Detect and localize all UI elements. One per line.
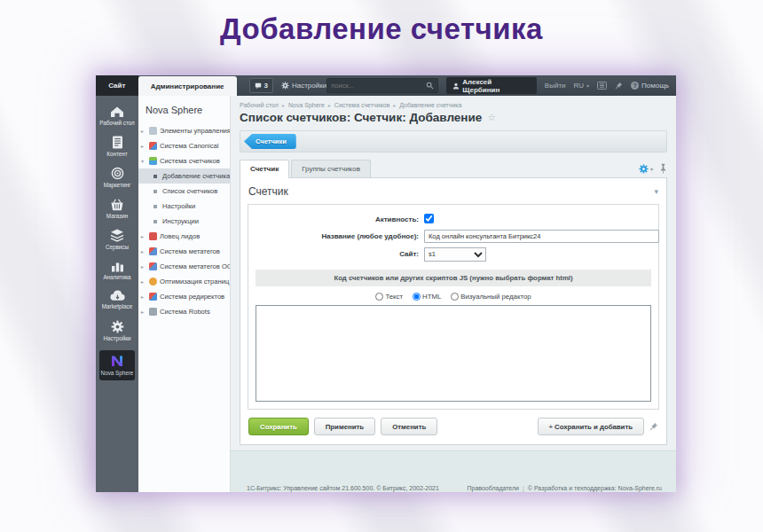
save-button[interactable]: Сохранить	[248, 418, 309, 435]
pin-icon[interactable]	[659, 163, 667, 174]
apply-button[interactable]: Применить	[314, 418, 375, 435]
footer: 1С-Битрикс: Управление сайтом 21.600.500…	[231, 450, 676, 492]
counters-back-button[interactable]: Счетчики	[244, 134, 296, 149]
menu-item-lead-catcher[interactable]: ▸ Ловец лидов	[138, 229, 230, 244]
menu-item-controls[interactable]: ▸ Элементы управления	[138, 123, 230, 138]
page-title: Добавление счетчика	[0, 12, 763, 46]
caret-right-icon[interactable]: ▸	[141, 143, 146, 149]
format-radio-html[interactable]	[413, 293, 421, 301]
format-radio-visual[interactable]	[451, 293, 459, 301]
footer-owners-link[interactable]: Правообладатели	[467, 485, 519, 492]
caret-right-icon[interactable]: ▸	[141, 293, 146, 300]
pin-icon[interactable]	[649, 422, 658, 431]
tab-administration[interactable]: Администрирование	[138, 76, 237, 96]
caret-right-icon[interactable]: ▸	[141, 248, 146, 254]
menu-item-label: Система редиректов	[160, 293, 224, 301]
target-icon	[111, 167, 124, 180]
menu-item-label: Система метатегов	[160, 247, 220, 255]
breadcrumb-item[interactable]: Nova Sphere	[288, 102, 325, 108]
cancel-button[interactable]: Отменить	[381, 418, 437, 435]
breadcrumb-item[interactable]: Добавление счетчика	[399, 102, 461, 108]
format-label: HTML	[422, 293, 441, 301]
menu-item-redirects[interactable]: ▸ Система редиректов	[138, 289, 230, 304]
help-label: Помощь	[641, 82, 669, 90]
breadcrumb-separator-icon: ▸	[393, 102, 396, 108]
collapse-chevron-icon[interactable]: ▾	[654, 187, 658, 196]
menu-item-counter-list[interactable]: Список счетчиков	[138, 184, 230, 199]
format-radio-text[interactable]	[375, 293, 383, 301]
format-radio-group: Текст HTML Визуальный редактор	[248, 293, 658, 301]
menu-title: Nova Sphere	[138, 96, 230, 123]
sidebar-item-desktop[interactable]: Рабочий стол	[96, 101, 138, 131]
language-selector[interactable]: RU ▾	[574, 75, 590, 96]
form-buttons: Сохранить Применить Отменить +Сохранить …	[240, 410, 666, 444]
menu-item-icon	[149, 127, 157, 135]
caret-right-icon[interactable]: ▸	[141, 278, 146, 285]
sidebar-item-marketplace[interactable]: Marketplace	[96, 286, 138, 315]
help-button[interactable]: ? Помощь	[631, 75, 669, 96]
document-icon	[112, 136, 123, 149]
menu-item-add-counter[interactable]: Добавление счетчика	[138, 168, 230, 184]
menu-item-metatags-og[interactable]: ▸ Система метатегов OG	[138, 259, 230, 274]
section-header[interactable]: Счетчик ▾	[240, 178, 666, 204]
counter-code-textarea[interactable]	[256, 305, 651, 402]
cloud-icon	[110, 290, 125, 301]
tab-site[interactable]: Сайт	[96, 75, 138, 96]
question-icon: ?	[631, 82, 639, 90]
breadcrumb-item[interactable]: Система счетчиков	[334, 102, 389, 108]
context-toolbar: Счетчики	[240, 130, 667, 153]
search-icon[interactable]	[426, 82, 434, 90]
sidebar-item-shop[interactable]: Магазин	[96, 194, 138, 224]
tab-counter[interactable]: Счетчик	[240, 160, 289, 178]
sidebar-item-nova-sphere[interactable]: Nova Sphere	[99, 350, 135, 380]
favorite-star-icon[interactable]: ☆	[487, 112, 496, 123]
footer-copyright: 1С-Битрикс: Управление сайтом 21.600.500…	[247, 485, 439, 492]
menu-item-label: Настройки	[162, 202, 195, 210]
sidebar-item-content[interactable]: Контент	[96, 131, 138, 162]
notifications-badge[interactable]: 3	[249, 78, 273, 93]
format-option-text[interactable]: Текст	[375, 293, 403, 301]
menu-item-metatags[interactable]: ▸ Система метатегов	[138, 244, 230, 259]
menu-item-label: Оптимизация страниц	[160, 278, 229, 286]
user-menu[interactable]: Алексей Щербинин	[446, 77, 536, 94]
sidebar-item-services[interactable]: Сервисы	[96, 224, 138, 255]
site-select[interactable]: s1	[424, 247, 486, 262]
menu-item-icon	[149, 142, 157, 150]
sidebar-item-analytics[interactable]: Аналитика	[96, 255, 138, 286]
bar-chart-icon	[111, 260, 124, 272]
bullet-icon	[153, 190, 157, 193]
logout-button[interactable]: Выйти	[545, 75, 566, 96]
save-and-add-button[interactable]: +Сохранить и добавить	[538, 418, 645, 435]
topbar-search[interactable]	[326, 78, 438, 93]
caret-down-icon[interactable]: ▾	[141, 158, 146, 164]
pin-toolbar-button[interactable]	[615, 75, 623, 96]
menu-item-label: Ловец лидов	[160, 232, 200, 240]
activity-checkbox[interactable]	[424, 214, 434, 223]
caret-right-icon[interactable]: ▸	[141, 233, 146, 239]
search-input[interactable]	[331, 82, 426, 90]
menu-item-settings[interactable]: Настройки	[138, 199, 230, 214]
format-option-visual[interactable]: Визуальный редактор	[451, 293, 531, 301]
menu-item-icon	[149, 278, 157, 286]
sidebar-item-settings[interactable]: Настройки	[96, 316, 138, 347]
caret-right-icon[interactable]: ▸	[141, 309, 146, 315]
footer-support-link[interactable]: © Разработка и техподдержка: Nova-Sphere…	[528, 485, 662, 492]
form-settings-button[interactable]: ▾	[639, 164, 653, 174]
name-input[interactable]	[424, 230, 659, 243]
hotkeys-button[interactable]	[597, 75, 607, 96]
caret-right-icon[interactable]: ▸	[141, 128, 146, 134]
menu-item-canonical[interactable]: ▸ Система Canonical	[138, 138, 230, 153]
sidebar-item-marketing[interactable]: Маркетинг	[96, 162, 138, 193]
menu-item-robots[interactable]: ▸ Система Robots	[138, 304, 230, 319]
sidebar-item-label: Маркетинг	[104, 182, 131, 188]
menu-item-instructions[interactable]: Инструкции	[138, 214, 230, 229]
menu-item-counters[interactable]: ▾ Система счетчиков	[138, 153, 230, 168]
breadcrumb: Рабочий стол ▸ Nova Sphere ▸ Система сче…	[231, 96, 676, 109]
caret-right-icon[interactable]: ▸	[141, 263, 146, 270]
breadcrumb-item[interactable]: Рабочий стол	[240, 102, 279, 108]
format-option-html[interactable]: HTML	[413, 293, 441, 301]
topbar-settings-button[interactable]: Настройки	[281, 75, 326, 96]
tab-counter-groups[interactable]: Группы счетчиков	[291, 160, 371, 177]
menu-item-page-optimization[interactable]: ▸ Оптимизация страниц	[138, 274, 230, 289]
breadcrumb-separator-icon: ▸	[282, 102, 285, 108]
